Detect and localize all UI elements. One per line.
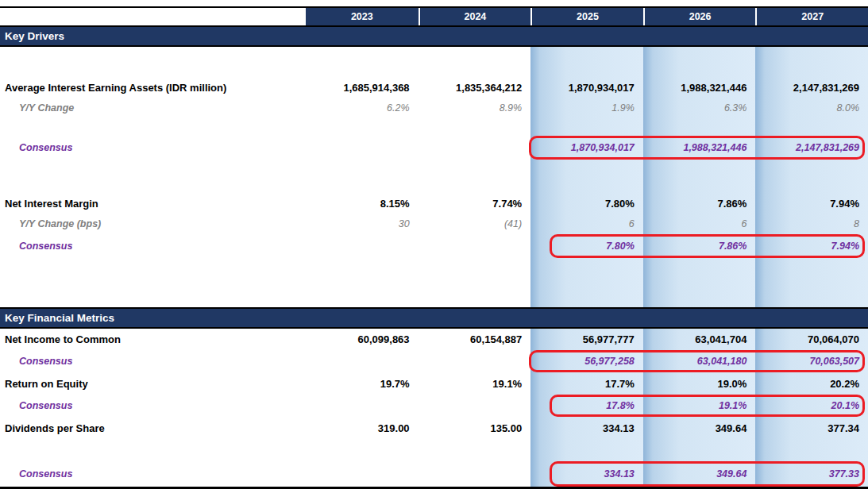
spacer-row: [0, 118, 868, 136]
value-2023: 6.2%: [306, 102, 419, 114]
row-label: Consensus: [0, 356, 306, 367]
value-2023: 1,685,914,368: [306, 82, 419, 94]
value-2026: 1,988,321,446: [643, 82, 756, 94]
year-header-2026: 2026: [643, 8, 756, 25]
value-2025: 56,977,777: [530, 333, 643, 345]
row-net-interest-margin: Net Interest Margin 8.15% 7.74% 7.80% 7.…: [0, 193, 868, 214]
spacer-row: [0, 160, 868, 193]
row-label: Consensus: [0, 142, 306, 153]
value-2025: 334.13: [530, 468, 643, 480]
value-2025: 17.7%: [530, 378, 643, 390]
table-bottom-border: [0, 487, 868, 489]
value-2027: 377.33: [755, 468, 868, 480]
row-label: Y/Y Change (bps): [0, 218, 306, 229]
value-2027: 7.94%: [755, 198, 868, 210]
row-average-interest-earning-assets: Average Interest Earning Assets (IDR mil…: [0, 77, 868, 98]
value-2026: 6.3%: [643, 102, 756, 114]
value-2023: 8.15%: [306, 198, 419, 210]
section-header-key-financial-metrics: Key Financial Metrics: [0, 307, 868, 329]
value-2023: 60,099,863: [306, 333, 419, 345]
row-label: Consensus: [0, 400, 306, 411]
value-2024: 135.00: [419, 422, 531, 434]
value-2027: 377.34: [755, 422, 868, 434]
value-2026: 1,988,321,446: [643, 142, 756, 153]
value-2024: 8.9%: [419, 102, 531, 114]
value-2025: 1,870,934,017: [530, 82, 643, 94]
value-2026: 63,041,704: [643, 333, 756, 345]
value-2024: 7.74%: [419, 198, 531, 210]
top-margin: [0, 0, 868, 6]
row-nim-yoy-change-bps: Y/Y Change (bps) 30 (41) 6 6 8: [0, 214, 868, 234]
row-return-on-equity: Return on Equity 19.7% 19.1% 17.7% 19.0%…: [0, 372, 868, 395]
value-2025: 1.9%: [530, 102, 643, 114]
value-2027: 7.94%: [755, 241, 868, 252]
value-2024: (41): [419, 218, 531, 229]
value-2024: 60,154,887: [419, 333, 531, 345]
row-label: Return on Equity: [0, 378, 306, 390]
row-label: Net Income to Common: [0, 333, 306, 345]
value-2023: 19.7%: [306, 378, 419, 390]
row-net-income-to-common: Net Income to Common 60,099,863 60,154,8…: [0, 329, 868, 350]
spacer-row: [0, 47, 868, 77]
value-2027: 2,147,831,269: [755, 82, 868, 94]
value-2027: 8: [755, 218, 868, 229]
value-2027: 8.0%: [755, 102, 868, 114]
value-2026: 349.64: [643, 468, 756, 480]
section-header-key-drivers: Key Drivers: [0, 25, 868, 47]
header-blank-cell: [0, 8, 306, 25]
row-label: Net Interest Margin: [0, 198, 306, 210]
value-2027: 70,064,070: [755, 333, 868, 345]
row-label: Average Interest Earning Assets (IDR mil…: [0, 82, 306, 94]
value-2025: 7.80%: [530, 198, 643, 210]
row-dividends-per-share: Dividends per Share 319.00 135.00 334.13…: [0, 417, 868, 439]
row-label: Dividends per Share: [0, 422, 306, 434]
row-dps-consensus: Consensus 334.13 349.64 377.33: [0, 461, 868, 487]
value-2026: 6: [643, 218, 756, 229]
row-nim-consensus: Consensus 7.80% 7.86% 7.94%: [0, 234, 868, 258]
value-2025: 6: [530, 218, 643, 229]
spacer-row: [0, 258, 868, 307]
value-2023: 30: [306, 218, 419, 229]
value-2027: 20.1%: [755, 400, 868, 411]
value-2023: 319.00: [306, 422, 419, 434]
row-label: Consensus: [0, 468, 306, 480]
row-label: Consensus: [0, 241, 306, 252]
value-2026: 19.1%: [643, 400, 756, 411]
row-label: Y/Y Change: [0, 102, 306, 114]
row-aiea-yoy-change: Y/Y Change 6.2% 8.9% 1.9% 6.3% 8.0%: [0, 98, 868, 118]
year-header-2024: 2024: [419, 8, 531, 25]
year-header-row: 2023 2024 2025 2026 2027: [0, 6, 868, 25]
value-2026: 349.64: [643, 422, 756, 434]
financial-model-table: 2023 2024 2025 2026 2027 Key Drivers Ave…: [0, 0, 868, 493]
value-2025: 334.13: [530, 422, 643, 434]
value-2027: 2,147,831,269: [755, 142, 868, 153]
year-header-2025: 2025: [530, 8, 643, 25]
value-2025: 56,977,258: [530, 356, 643, 367]
value-2025: 1,870,934,017: [530, 142, 643, 153]
value-2024: 19.1%: [419, 378, 531, 390]
value-2027: 70,063,507: [755, 356, 868, 367]
value-2027: 20.2%: [755, 378, 868, 390]
value-2026: 63,041,180: [643, 356, 756, 367]
value-2025: 17.8%: [530, 400, 643, 411]
year-header-2027: 2027: [755, 8, 868, 25]
year-header-2023: 2023: [306, 8, 419, 25]
value-2026: 7.86%: [643, 241, 756, 252]
value-2026: 7.86%: [643, 198, 756, 210]
value-2024: 1,835,364,212: [419, 82, 531, 94]
row-nic-consensus: Consensus 56,977,258 63,041,180 70,063,5…: [0, 350, 868, 372]
row-roe-consensus: Consensus 17.8% 19.1% 20.1%: [0, 395, 868, 417]
row-aiea-consensus: Consensus 1,870,934,017 1,988,321,446 2,…: [0, 136, 868, 160]
spacer-row: [0, 439, 868, 461]
value-2026: 19.0%: [643, 378, 756, 390]
value-2025: 7.80%: [530, 241, 643, 252]
